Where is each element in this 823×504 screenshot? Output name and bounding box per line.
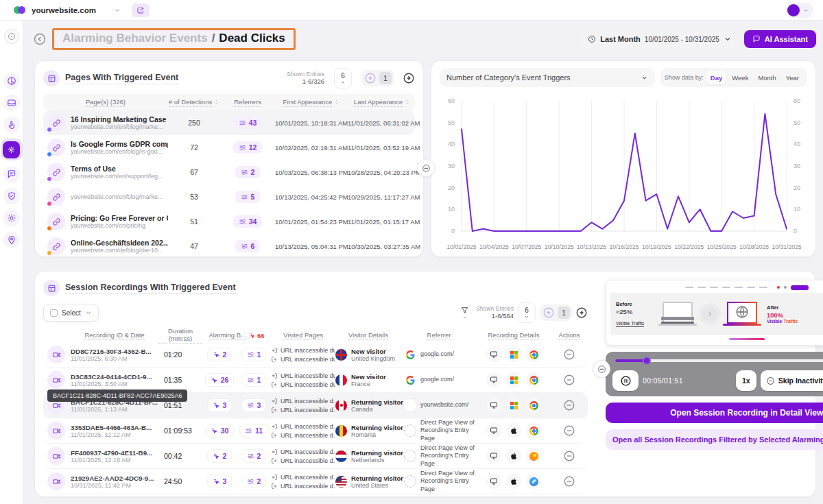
sidebar-item-settings[interactable] [3,210,20,226]
table-row[interactable]: Terms of Useyourwebsite.com/en/support/l… [43,160,415,184]
open-filtered-recordings-button[interactable]: Open all Session Recordings Filtered by … [606,429,823,450]
row-actions-button[interactable] [561,448,577,464]
back-button[interactable] [33,32,47,46]
recording-id[interactable]: FF400937-4790-4E11-B9... [71,449,158,457]
page-color-dot [47,152,52,157]
row-actions-button[interactable] [561,346,577,363]
visited-pages-badge[interactable]: 1 [241,348,267,361]
sidebar-collapse-button[interactable] [4,29,19,44]
sidebar-item-alarming-behavior-active[interactable] [1,139,23,160]
stack-icon [247,351,254,359]
visited-page-link[interactable]: URL inaccessible d... [271,483,335,490]
open-detail-view-button[interactable]: Open Session Recording in Detail View [606,403,823,423]
table-row[interactable]: Online-Geschäftsideen 202...yourwebsite.… [43,234,415,259]
visited-page-link[interactable]: URL inaccessible d... [271,474,335,481]
table-row[interactable]: FF400937-4790-4E11-B9...11/01/2025, 12:1… [43,444,588,469]
alarming-events-badge[interactable]: 3 [207,475,232,488]
date-range-picker[interactable]: Last Month 10/01/2025 - 10/31/2025 [581,30,739,48]
referrers-badge[interactable]: 6 [235,240,261,252]
visited-pages-badge[interactable]: 2 [241,449,267,463]
select-rows-button[interactable]: Select [43,304,99,322]
recording-thumbnail[interactable]: Before ≈25% Visible Traffic After [606,280,823,346]
table-row[interactable]: Is Google Forms GDPR comp...yourwebsite.… [43,135,415,160]
table-row[interactable]: yourwebsite.com/en/blog/marke...53510/13… [43,184,415,209]
skip-inactivity-label: Skip Inactivity [778,376,823,385]
visited-page-link[interactable]: URL inaccessible d... [271,448,335,455]
recording-duration: 01:51 [158,401,202,409]
prev-page-button[interactable] [542,307,555,319]
referrers-badge[interactable]: 2 [235,166,261,178]
recording-id[interactable]: DD8C7216-30F3-4362-B... [71,348,158,355]
recording-id[interactable]: D3C83C24-0414-4CD1-9... [71,373,158,381]
visited-page-link[interactable]: URL inaccessible d... [271,398,335,405]
seek-bar[interactable] [615,359,823,362]
sort-icon[interactable] [334,99,339,106]
alarming-events-badge[interactable]: 26 [205,373,235,387]
account-menu[interactable] [785,3,813,18]
recording-id[interactable]: 3353DAE5-4466-463A-B... [71,424,158,431]
next-page-button[interactable] [403,72,415,84]
visited-page-link[interactable]: URL inaccessible d... [271,407,335,413]
visited-page-link[interactable]: URL inaccessible d... [271,423,335,430]
visited-page-link[interactable]: URL inaccessible d... [271,432,335,439]
sidebar-item-visitors[interactable] [3,232,20,248]
alarming-events-badge[interactable]: 30 [205,424,235,437]
visited-page-link[interactable]: URL inaccessible d... [271,457,335,464]
seek-handle[interactable] [643,357,651,365]
table-row[interactable]: 3353DAE5-4466-463A-B...11/01/2025, 12:12… [43,418,588,444]
sidebar-item-feedback[interactable] [3,166,20,182]
prev-page-button[interactable] [364,72,377,84]
visited-page-link[interactable]: URL inaccessible du... [271,381,335,388]
row-actions-button[interactable] [561,397,577,413]
referrers-badge[interactable]: 5 [235,191,261,203]
sidebar-item-dashboard[interactable] [3,73,20,89]
funnel-icon [460,306,469,315]
page-size-select[interactable]: 6 [518,302,536,323]
referrers-badge[interactable]: 12 [233,141,263,154]
table-row[interactable]: 16 Inspiring Marketing Case ...yourwebsi… [43,110,415,135]
open-site-button[interactable] [132,3,150,17]
referrers-badge[interactable]: 34 [233,215,263,228]
tab-month[interactable]: Month [754,71,780,84]
sidebar-item-privacy[interactable] [3,188,20,204]
visited-pages-badge[interactable]: 11 [239,424,268,437]
alarming-events-badge[interactable]: 3 [207,398,232,412]
row-actions-button[interactable] [561,372,577,388]
resize-panels-button[interactable] [593,360,610,378]
referrers-badge[interactable]: 43 [233,117,263,129]
sidebar-item-inbox[interactable] [3,95,20,111]
alarming-events-badge[interactable]: 2 [207,348,232,361]
breadcrumb: Alarming Behavior Events / Dead Clicks [52,28,296,50]
metric-select[interactable]: Number of Category's Event Triggers [440,68,655,87]
filter-button[interactable] [460,306,469,320]
ai-assistant-button[interactable]: AI Assistant [744,30,816,48]
next-page-button[interactable] [575,307,588,319]
resize-panels-button[interactable] [417,159,435,177]
visited-page-link[interactable]: URL inaccessible du... [271,356,335,363]
visited-page-link[interactable]: URL inaccessible du... [271,347,335,354]
sort-icon[interactable] [405,99,410,106]
pause-button[interactable] [612,370,639,391]
tab-day[interactable]: Day [706,71,726,84]
recording-id[interactable]: 21929AE2-AAD2-4DC9-9... [71,475,158,482]
breadcrumb-parent[interactable]: Alarming Behavior Events [62,32,208,45]
row-actions-button[interactable] [561,473,577,490]
table-row[interactable]: 21929AE2-AAD2-4DC9-9...10/31/2025, 11:42… [43,469,588,494]
playback-speed-button[interactable]: 1x [736,370,756,391]
recording-duration: 01:20 [158,350,202,359]
site-selector[interactable]: yourwebsite.com [32,6,121,14]
visited-pages-badge[interactable]: 3 [241,398,267,412]
visited-pages-badge[interactable]: 2 [241,475,267,488]
sort-icon[interactable] [214,99,219,106]
page-size-select[interactable]: 6 [334,68,352,88]
sidebar-item-interactions[interactable] [3,117,20,133]
tab-year[interactable]: Year [782,71,803,84]
table-row[interactable]: Pricing: Go Free Forever or C...yourwebs… [43,209,415,234]
apple-icon [506,474,521,489]
row-actions-button[interactable] [561,422,577,439]
tab-week[interactable]: Week [728,71,752,84]
table-row[interactable]: DD8C7216-30F3-4362-B...11/01/2025, 6:30 … [43,342,588,368]
visited-pages-badge[interactable]: 1 [241,373,267,387]
visited-page-link[interactable]: URL inaccessible du... [271,372,335,379]
alarming-events-badge[interactable]: 2 [207,449,232,463]
